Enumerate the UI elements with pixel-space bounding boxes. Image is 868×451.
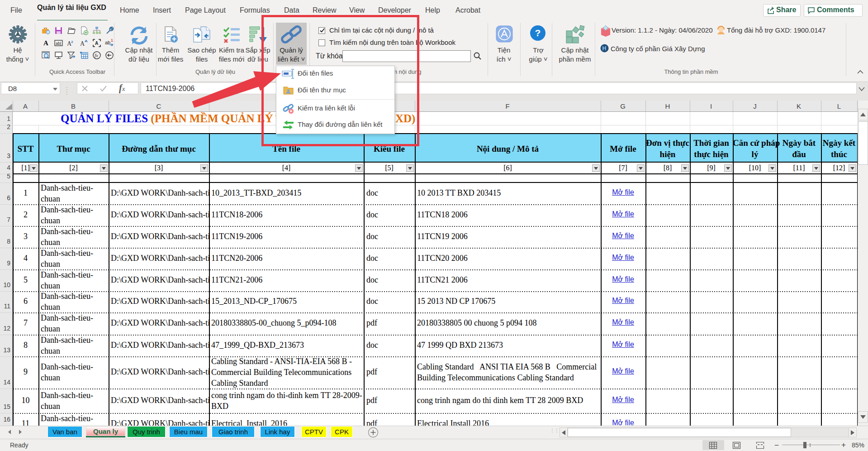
svg-text:H: H: [602, 45, 607, 52]
svg-text:?: ?: [535, 28, 541, 38]
